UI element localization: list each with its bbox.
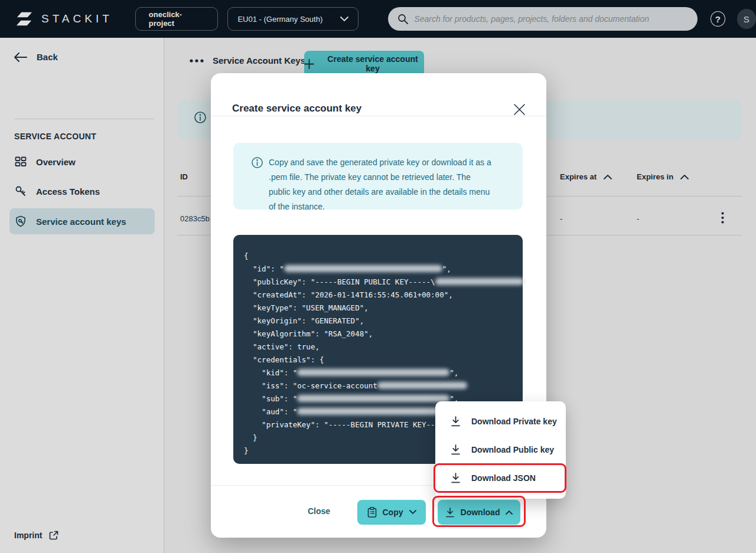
close-button[interactable]: Close	[308, 506, 330, 516]
download-icon	[445, 508, 455, 518]
copy-button[interactable]: Copy	[357, 500, 426, 525]
chevron-down-icon	[409, 510, 416, 515]
chevron-up-icon	[506, 510, 513, 515]
download-icon	[451, 416, 461, 427]
menu-item-download-public-key[interactable]: Download Public key	[435, 436, 566, 464]
download-button[interactable]: Download	[438, 500, 520, 525]
download-icon	[451, 444, 461, 455]
clipboard-icon	[367, 507, 377, 518]
stackit-console: STACKIT oneclick-project EU01 - (Germany…	[0, 0, 756, 553]
info-icon	[251, 156, 263, 169]
modal-title: Create service account key	[232, 103, 361, 114]
modal-info-box: Copy and save the generated private key …	[233, 143, 523, 210]
menu-item-download-json[interactable]: Download JSON	[435, 464, 566, 492]
modal-info-text: Copy and save the generated private key …	[269, 155, 492, 214]
close-icon[interactable]	[512, 102, 526, 116]
menu-item-download-private-key[interactable]: Download Private key	[435, 407, 566, 436]
modal-header-divider	[211, 116, 546, 116]
download-icon	[451, 473, 461, 483]
download-menu: Download Private key Download Public key…	[435, 401, 566, 499]
